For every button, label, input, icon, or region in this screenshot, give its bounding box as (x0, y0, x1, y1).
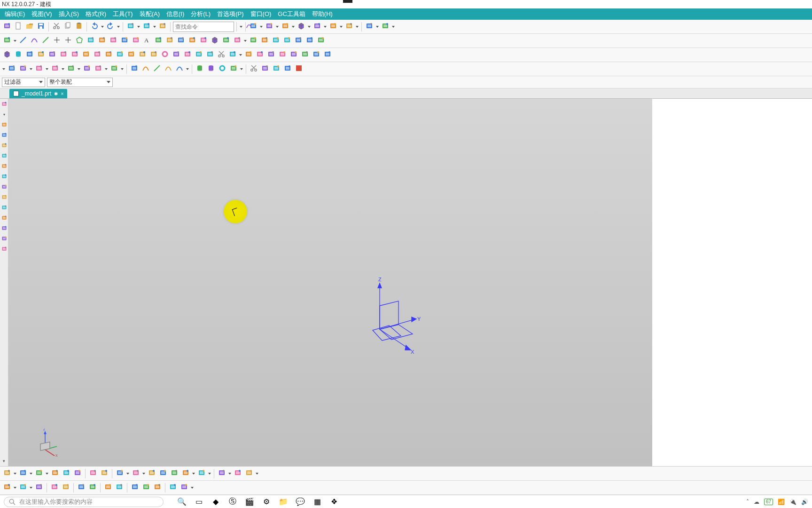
tray-cloud-icon[interactable]: ☁ (754, 499, 759, 505)
dropdown-arrow-icon[interactable] (275, 22, 279, 32)
redo-button[interactable] (105, 22, 116, 32)
taskbar-video-icon[interactable]: 🎬 (245, 498, 254, 506)
ruler-v-button[interactable] (293, 36, 304, 46)
menu-分析l[interactable]: 分析(L) (188, 9, 213, 19)
pin-button[interactable] (171, 50, 181, 60)
dropdown-arrow-icon[interactable] (243, 36, 247, 46)
b16-button[interactable] (217, 468, 227, 479)
wireframe-button[interactable] (280, 22, 290, 32)
hide-button[interactable] (328, 22, 338, 32)
plate-button[interactable] (103, 50, 114, 60)
mold-button[interactable] (82, 64, 92, 74)
dotted-button[interactable] (271, 64, 281, 74)
resource-op1-button[interactable] (1, 235, 8, 242)
arc-button[interactable] (29, 36, 39, 46)
tray-battery-icon[interactable]: 67 (764, 499, 773, 505)
taskbar-files-icon[interactable]: 📁 (279, 498, 288, 506)
layer-settings-button[interactable] (157, 22, 168, 32)
b2-button[interactable] (18, 468, 28, 479)
green-dd-button[interactable] (266, 50, 276, 60)
curve-button[interactable] (141, 64, 151, 74)
resource-part-button[interactable] (1, 132, 8, 138)
tray-wifi-icon[interactable]: 📶 (778, 499, 785, 505)
dropdown-arrow-icon[interactable] (240, 64, 243, 74)
command-finder[interactable] (173, 22, 234, 32)
pocket-button[interactable] (34, 64, 44, 74)
shade-button[interactable] (198, 36, 209, 46)
taskbar-wechat-icon[interactable]: 💬 (296, 498, 304, 506)
detect-button[interactable] (282, 64, 293, 74)
paste-button[interactable] (74, 22, 84, 32)
curve2-button[interactable] (174, 64, 185, 74)
text-button[interactable]: A (142, 36, 152, 46)
dropdown-arrow-icon[interactable] (239, 22, 243, 32)
hole-button[interactable] (227, 50, 238, 60)
bbox-button[interactable] (210, 36, 220, 46)
c9-button[interactable] (114, 483, 125, 493)
rev-button[interactable] (47, 50, 57, 60)
dropdown-arrow-icon[interactable] (77, 64, 81, 74)
resource-op2-button[interactable] (1, 246, 8, 252)
window-button[interactable] (364, 22, 375, 32)
stop-button[interactable] (294, 64, 304, 74)
loft-button[interactable] (115, 50, 125, 60)
dropdown-arrow-icon[interactable] (375, 22, 379, 32)
menu-gc工具箱[interactable]: GC工具箱 (275, 9, 308, 19)
wrap-button[interactable] (129, 64, 140, 74)
dropdown-arrow-icon[interactable] (186, 64, 189, 74)
clip-button[interactable] (312, 22, 322, 32)
resource-hist-button[interactable] (1, 194, 8, 200)
measure-button[interactable] (316, 36, 326, 46)
ruler-h-button[interactable] (304, 36, 315, 46)
b15-button[interactable] (196, 468, 207, 479)
resource-nav-button[interactable] (1, 101, 8, 107)
c1-button[interactable] (2, 483, 12, 493)
menu-工具t[interactable]: 工具(T) (110, 9, 136, 19)
resource-tool1-button[interactable] (1, 163, 8, 169)
coil-button[interactable] (148, 50, 159, 60)
tray-power-icon[interactable]: 🔌 (789, 499, 796, 505)
cyl-button[interactable] (13, 50, 23, 60)
taskbar-taskview-icon[interactable]: ▭ (195, 498, 203, 506)
b7-button[interactable] (88, 468, 98, 479)
b5-button[interactable] (61, 468, 71, 479)
dropdown-arrow-icon[interactable] (45, 468, 49, 479)
taskbar-search[interactable]: 在这里输入你要搜索的内容 (4, 497, 164, 507)
c6-button[interactable] (76, 483, 86, 493)
dropdown-arrow-icon[interactable] (192, 468, 195, 479)
dropdown-arrow-icon[interactable] (45, 64, 49, 74)
ex-point-button[interactable] (63, 36, 73, 46)
resource-sel-button[interactable] (1, 204, 8, 211)
trim-button[interactable] (86, 36, 96, 46)
resource-feat-button[interactable] (1, 121, 8, 128)
graphics-canvas[interactable]: Z Y X Z X (8, 99, 652, 466)
b4-button[interactable] (50, 468, 60, 479)
dropdown-arrow-icon[interactable] (29, 468, 33, 479)
flange-button[interactable] (182, 50, 193, 60)
taskbar-skype-icon[interactable]: Ⓢ (228, 498, 237, 506)
sphere-button[interactable] (119, 36, 130, 46)
spline2-button[interactable] (152, 64, 162, 74)
project-button[interactable] (176, 36, 186, 46)
surface-button[interactable] (187, 36, 197, 46)
dropdown-arrow-icon[interactable] (104, 64, 108, 74)
c8-button[interactable] (103, 483, 113, 493)
insert-button[interactable] (232, 36, 242, 46)
measure-body-button[interactable] (109, 64, 119, 74)
filter-scope-combo[interactable]: 整个装配 (47, 78, 113, 87)
document-tab-model1[interactable]: _model1.prt ✱ × (9, 89, 67, 98)
dropdown-arrow-icon[interactable] (153, 22, 156, 32)
green2-button[interactable] (322, 50, 333, 60)
menu-首选项p[interactable]: 首选项(P) (214, 9, 246, 19)
resource-sheet-button[interactable] (1, 152, 8, 159)
b17-button[interactable] (233, 468, 243, 479)
ruler-button[interactable] (277, 50, 288, 60)
menu-装配a[interactable]: 装配(A) (137, 9, 163, 19)
c7-button[interactable] (87, 483, 98, 493)
taskbar-edge-icon[interactable]: ◆ (211, 498, 220, 506)
dropdown-arrow-icon[interactable] (61, 64, 65, 74)
polygon-button[interactable] (74, 36, 85, 46)
slot-button[interactable] (205, 50, 215, 60)
pill-button[interactable] (206, 64, 216, 74)
dropdown-arrow-icon[interactable] (101, 22, 104, 32)
